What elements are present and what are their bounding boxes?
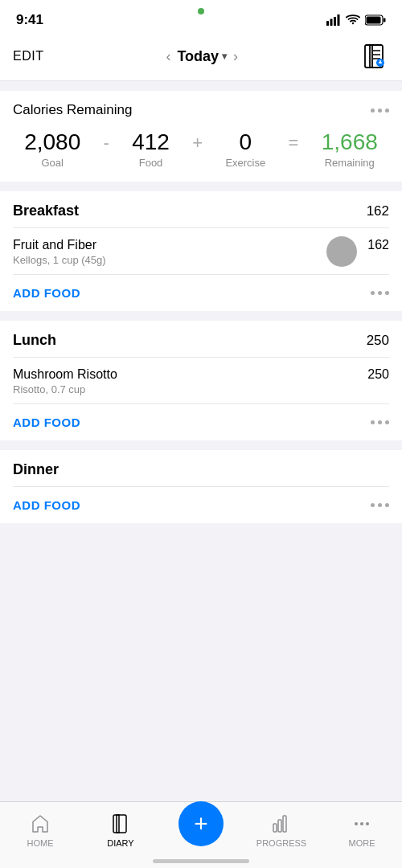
dot-l1: [371, 420, 375, 424]
report-icon-button[interactable]: [360, 42, 389, 71]
food-label: Food: [139, 157, 163, 169]
svg-rect-3: [338, 14, 340, 26]
today-label: Today: [177, 48, 219, 65]
green-dot-indicator: [198, 8, 204, 14]
breakfast-food-item[interactable]: Fruit and Fiber Kellogs, 1 cup (45g) 162: [13, 228, 389, 275]
breakfast-more-button[interactable]: [371, 291, 389, 295]
lunch-food-cal: 250: [367, 367, 389, 382]
dot-2: [378, 108, 382, 113]
more-tab-label: MORE: [349, 838, 375, 848]
svg-rect-8: [370, 45, 372, 68]
dot-d2: [378, 503, 382, 507]
svg-rect-18: [278, 820, 281, 832]
svg-point-20: [355, 822, 358, 825]
progress-icon: [270, 813, 293, 835]
food-item: 412 Food: [132, 129, 170, 169]
dinner-name: Dinner: [13, 461, 59, 478]
plus-icon: +: [194, 812, 208, 836]
home-icon: [29, 813, 51, 835]
chevron-down-icon: ▾: [222, 51, 227, 62]
dinner-header: Dinner: [13, 461, 389, 487]
goal-value: 2,080: [24, 129, 80, 155]
svg-rect-16: [117, 815, 119, 833]
progress-tab-label: PROGRESS: [256, 838, 306, 848]
status-icons: [326, 14, 386, 26]
calories-card: Calories Remaining 2,080 Goal - 412 Food…: [0, 91, 402, 182]
exercise-item: 0 Exercise: [225, 129, 265, 169]
breakfast-add-food-row: ADD FOOD: [13, 275, 389, 311]
svg-rect-2: [334, 17, 336, 26]
dinner-more-button[interactable]: [371, 503, 389, 507]
status-time: 9:41: [16, 12, 43, 28]
breakfast-food-name: Fruit and Fiber: [13, 238, 367, 252]
prev-day-button[interactable]: ‹: [166, 48, 170, 65]
breakfast-calories: 162: [367, 203, 389, 219]
goal-item: 2,080 Goal: [24, 129, 80, 169]
breakfast-section: Breakfast 162 Fruit and Fiber Kellogs, 1…: [0, 191, 402, 311]
dot-l2: [378, 420, 382, 424]
breakfast-name: Breakfast: [13, 203, 79, 219]
next-day-button[interactable]: ›: [233, 48, 238, 65]
breakfast-food-info: Fruit and Fiber Kellogs, 1 cup (45g): [13, 238, 367, 266]
lunch-name: Lunch: [13, 332, 56, 349]
today-date-picker[interactable]: Today ▾: [177, 48, 227, 65]
dot-b1: [371, 291, 375, 295]
dot-1: [371, 108, 375, 113]
dot-l3: [385, 420, 389, 424]
lunch-header: Lunch 250: [13, 332, 389, 358]
dinner-add-food-button[interactable]: ADD FOOD: [13, 498, 80, 512]
svg-point-21: [360, 822, 363, 825]
svg-point-22: [366, 822, 369, 825]
svg-rect-17: [273, 824, 277, 832]
signal-icon: [326, 14, 341, 26]
dot-d3: [385, 503, 389, 507]
nav-center: ‹ Today ▾ ›: [166, 48, 238, 65]
lunch-food-item[interactable]: Mushroom Risotto Risotto, 0.7 cup 250: [13, 358, 389, 404]
edit-button[interactable]: EDIT: [13, 49, 43, 63]
status-bar: 9:41: [0, 0, 402, 35]
dot-b2: [378, 291, 382, 295]
exercise-label: Exercise: [225, 157, 265, 169]
lunch-food-name: Mushroom Risotto: [13, 367, 367, 382]
breakfast-food-sub: Kellogs, 1 cup (45g): [13, 254, 367, 266]
lunch-food-sub: Risotto, 0.7 cup: [13, 383, 367, 395]
lunch-calories: 250: [367, 333, 389, 349]
main-content: Calories Remaining 2,080 Goal - 412 Food…: [0, 91, 402, 596]
lunch-add-food-button[interactable]: ADD FOOD: [13, 416, 80, 429]
dinner-section: Dinner ADD FOOD: [0, 450, 402, 523]
tab-home[interactable]: HOME: [0, 813, 80, 848]
svg-rect-0: [326, 21, 329, 26]
calories-more-button[interactable]: [371, 108, 389, 113]
minus-operator: -: [104, 129, 109, 154]
calories-row: 2,080 Goal - 412 Food + 0 Exercise = 1,6…: [13, 129, 389, 169]
breakfast-header: Breakfast 162: [13, 203, 389, 228]
lunch-more-button[interactable]: [371, 420, 389, 424]
notebook-icon: [362, 43, 388, 69]
lunch-food-info: Mushroom Risotto Risotto, 0.7 cup: [13, 367, 367, 395]
calories-title: Calories Remaining: [13, 102, 132, 118]
remaining-label: Remaining: [325, 157, 375, 169]
more-icon: [351, 813, 373, 835]
svg-rect-1: [330, 19, 333, 27]
tab-add[interactable]: +: [161, 801, 241, 859]
diary-tab-label: DIARY: [107, 838, 133, 848]
tab-progress[interactable]: PROGRESS: [241, 813, 322, 848]
food-value: 412: [132, 129, 170, 155]
breakfast-food-avatar: [326, 236, 357, 267]
wifi-icon: [346, 14, 360, 26]
tab-more[interactable]: MORE: [322, 813, 402, 848]
add-button[interactable]: +: [178, 801, 224, 846]
nav-bar: EDIT ‹ Today ▾ ›: [0, 35, 402, 81]
plus-operator: +: [192, 129, 203, 154]
breakfast-add-food-button[interactable]: ADD FOOD: [13, 286, 80, 300]
dot-d1: [371, 503, 375, 507]
svg-rect-19: [283, 816, 286, 832]
exercise-value: 0: [240, 129, 252, 155]
home-indicator: [153, 859, 249, 863]
dinner-add-food-row: ADD FOOD: [13, 487, 389, 523]
svg-rect-5: [367, 17, 381, 24]
lunch-add-food-row: ADD FOOD: [13, 404, 389, 440]
breakfast-food-cal: 162: [367, 238, 389, 252]
svg-rect-15: [113, 815, 126, 833]
tab-diary[interactable]: DIARY: [80, 813, 161, 848]
